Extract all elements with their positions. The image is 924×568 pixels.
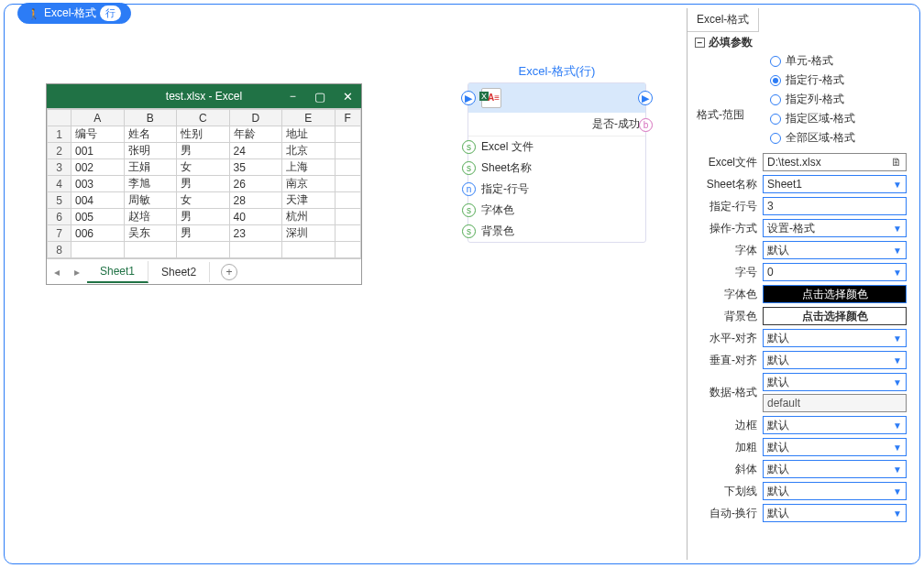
node-input-port[interactable]: s: [462, 161, 476, 175]
cell[interactable]: 男: [177, 143, 230, 159]
cell[interactable]: [335, 242, 361, 258]
cell[interactable]: 005: [72, 209, 125, 225]
radio-option[interactable]: 指定列-格式: [770, 92, 916, 107]
cell[interactable]: 天津: [282, 192, 336, 209]
maximize-icon[interactable]: ▢: [306, 84, 334, 108]
cell[interactable]: 24: [229, 143, 282, 159]
cell[interactable]: [72, 242, 125, 258]
column-header[interactable]: E: [282, 110, 336, 126]
cell[interactable]: 男: [177, 225, 230, 242]
cell[interactable]: 北京: [282, 143, 336, 159]
column-header[interactable]: A: [72, 110, 125, 126]
row-header[interactable]: 2: [48, 143, 72, 159]
cell[interactable]: 王娟: [124, 159, 177, 176]
cell[interactable]: 性别: [177, 126, 230, 143]
input-font-size[interactable]: 0▼: [763, 263, 907, 281]
cell[interactable]: 28: [229, 192, 282, 209]
column-header[interactable]: [48, 110, 72, 126]
cell[interactable]: 26: [229, 176, 282, 192]
cell[interactable]: 编号: [72, 126, 125, 143]
cell[interactable]: 男: [177, 209, 230, 225]
panel-tab[interactable]: Excel-格式: [688, 8, 759, 32]
tab-next-icon[interactable]: ▸: [67, 266, 87, 279]
close-icon[interactable]: ✕: [334, 84, 361, 108]
cell[interactable]: 张明: [124, 143, 177, 159]
cell[interactable]: [124, 242, 177, 258]
row-header[interactable]: 7: [48, 225, 72, 242]
cell[interactable]: [335, 143, 361, 159]
node-header[interactable]: ▶ ▶: [468, 83, 645, 113]
node-port-out[interactable]: ▶: [638, 91, 653, 105]
cell[interactable]: 赵培: [124, 209, 177, 225]
cell[interactable]: 地址: [282, 126, 336, 143]
cell[interactable]: [335, 225, 361, 242]
node-block[interactable]: Excel-格式(行) ▶ ▶ 是否-成功 b sExcel 文件sSheet名…: [468, 63, 646, 243]
input-italic[interactable]: 默认▼: [763, 460, 907, 478]
cell[interactable]: [282, 242, 336, 258]
input-font-color[interactable]: 点击选择颜色: [763, 285, 907, 303]
input-row-no[interactable]: 3: [763, 197, 907, 215]
file-browse-icon[interactable]: 🗎: [891, 156, 902, 169]
cell[interactable]: 女: [177, 192, 230, 209]
section-required[interactable]: − 必填参数: [688, 32, 916, 53]
node-input-port[interactable]: n: [462, 182, 476, 196]
cell[interactable]: 深圳: [282, 225, 336, 242]
row-header[interactable]: 8: [48, 242, 72, 258]
column-header[interactable]: D: [229, 110, 282, 126]
node-port-in[interactable]: ▶: [461, 91, 476, 105]
radio-option[interactable]: 指定行-格式: [770, 72, 916, 88]
cell[interactable]: 南京: [282, 176, 336, 192]
cell[interactable]: [335, 159, 361, 176]
cell[interactable]: [335, 192, 361, 209]
node-input-port[interactable]: s: [462, 203, 476, 217]
column-header[interactable]: B: [124, 110, 177, 126]
radio-option[interactable]: 全部区域-格式: [770, 130, 916, 146]
sheet-tab-1[interactable]: Sheet1: [87, 261, 148, 283]
cell[interactable]: 001: [72, 143, 125, 159]
collapse-icon[interactable]: −: [695, 38, 705, 48]
tab-prev-icon[interactable]: ◂: [47, 266, 67, 279]
row-header[interactable]: 6: [48, 209, 72, 225]
row-header[interactable]: 4: [48, 176, 72, 192]
node-input-port[interactable]: s: [462, 224, 476, 238]
cell[interactable]: [335, 126, 361, 143]
input-bold[interactable]: 默认▼: [763, 438, 907, 456]
radio-option[interactable]: 指定区域-格式: [770, 111, 916, 126]
cell[interactable]: 李旭: [124, 176, 177, 192]
input-operation[interactable]: 设置-格式▼: [763, 219, 907, 237]
input-bg-color[interactable]: 点击选择颜色: [763, 307, 907, 325]
cell[interactable]: [335, 209, 361, 225]
input-data-format[interactable]: 默认▼: [763, 373, 907, 391]
node-input-port[interactable]: s: [462, 140, 476, 154]
input-border[interactable]: 默认▼: [763, 416, 907, 434]
input-font[interactable]: 默认▼: [763, 241, 907, 259]
row-header[interactable]: 3: [48, 159, 72, 176]
cell[interactable]: 23: [229, 225, 282, 242]
cell[interactable]: 吴东: [124, 225, 177, 242]
cell[interactable]: [177, 242, 230, 258]
input-data-format-default[interactable]: default: [763, 394, 907, 412]
cell[interactable]: 003: [72, 176, 125, 192]
cell[interactable]: 006: [72, 225, 125, 242]
radio-option[interactable]: 单元-格式: [770, 53, 916, 69]
input-h-align[interactable]: 默认▼: [763, 329, 907, 347]
cell[interactable]: 35: [229, 159, 282, 176]
column-header[interactable]: F: [335, 110, 361, 126]
cell[interactable]: 002: [72, 159, 125, 176]
cell[interactable]: 姓名: [124, 126, 177, 143]
add-sheet-icon[interactable]: +: [221, 264, 237, 280]
cell[interactable]: 年龄: [229, 126, 282, 143]
cell[interactable]: 40: [229, 209, 282, 225]
input-sheet-name[interactable]: Sheet1▼: [763, 175, 907, 193]
cell[interactable]: 杭州: [282, 209, 336, 225]
node-output-port[interactable]: b: [639, 118, 653, 132]
cell[interactable]: 女: [177, 159, 230, 176]
input-underline[interactable]: 默认▼: [763, 482, 907, 500]
input-wrap[interactable]: 默认▼: [763, 504, 907, 522]
cell[interactable]: 004: [72, 192, 125, 209]
input-excel-file[interactable]: D:\test.xlsx🗎: [763, 153, 907, 171]
cell[interactable]: [335, 176, 361, 192]
cell[interactable]: 男: [177, 176, 230, 192]
row-header[interactable]: 5: [48, 192, 72, 209]
sheet-tab-2[interactable]: Sheet2: [148, 262, 210, 282]
